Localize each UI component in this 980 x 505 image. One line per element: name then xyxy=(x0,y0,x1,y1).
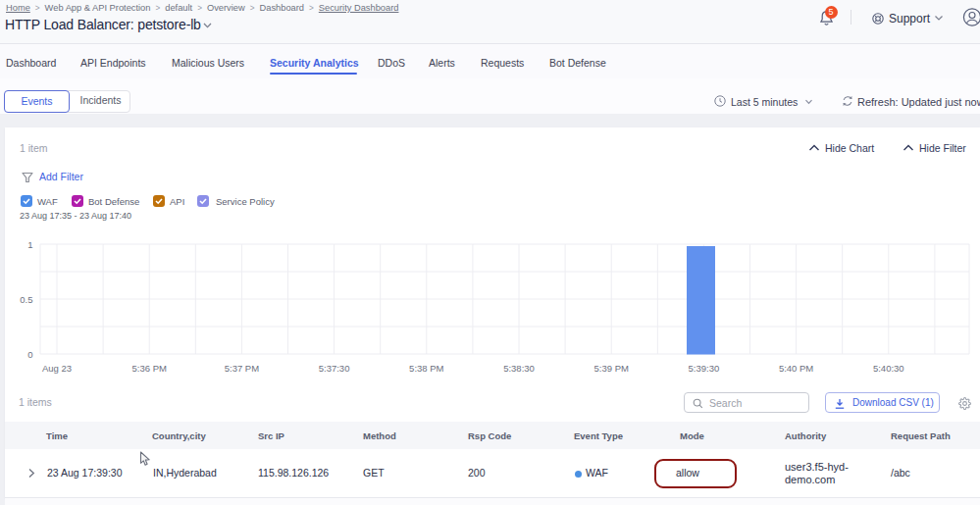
svg-text:5:39:30: 5:39:30 xyxy=(689,363,720,374)
svg-text:0: 0 xyxy=(27,349,32,360)
svg-text:5:39 PM: 5:39 PM xyxy=(594,363,629,374)
svg-text:5:37:30: 5:37:30 xyxy=(319,363,350,374)
svg-text:5:36 PM: 5:36 PM xyxy=(132,363,167,374)
svg-text:5:38 PM: 5:38 PM xyxy=(409,363,443,374)
svg-text:0.5: 0.5 xyxy=(20,294,32,305)
svg-text:5:38:30: 5:38:30 xyxy=(503,363,535,374)
svg-text:1: 1 xyxy=(27,239,32,250)
svg-text:5:37 PM: 5:37 PM xyxy=(225,363,259,374)
svg-text:Aug 23: Aug 23 xyxy=(42,363,72,374)
svg-text:5:40:30: 5:40:30 xyxy=(873,363,904,374)
svg-text:5:40 PM: 5:40 PM xyxy=(779,363,813,374)
